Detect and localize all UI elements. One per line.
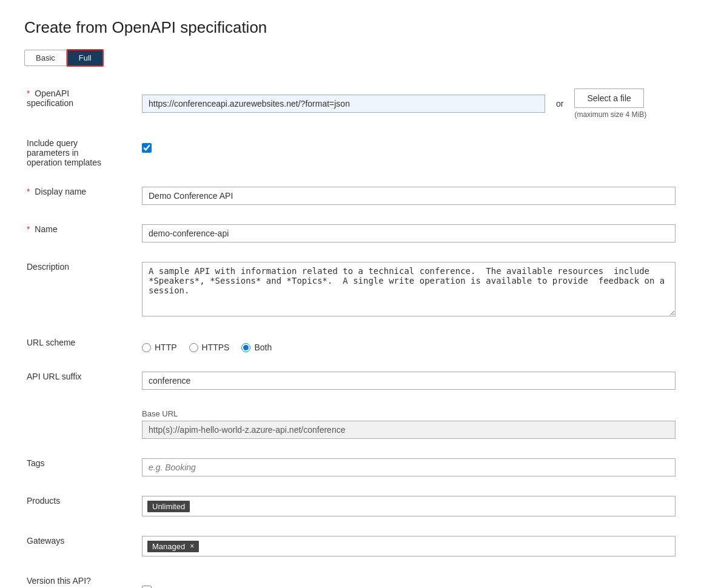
tab-basic[interactable]: Basic bbox=[24, 50, 67, 66]
description-textarea[interactable]: A sample API with information related to… bbox=[142, 262, 676, 316]
include-query-row: Include queryparameters inoperation temp… bbox=[24, 133, 680, 172]
display-name-label: Display name bbox=[35, 187, 86, 196]
products-label: Products bbox=[27, 496, 60, 506]
gateways-row: Gateways Managed × bbox=[24, 531, 680, 561]
select-file-wrapper: Select a file (maximum size 4 MiB) bbox=[574, 89, 646, 119]
gateways-chip-managed: Managed × bbox=[147, 541, 199, 552]
url-scheme-radio-group: HTTP HTTPS Both bbox=[142, 338, 677, 352]
products-chip-unlimited: Unlimited bbox=[147, 501, 190, 512]
version-api-checkbox[interactable] bbox=[142, 586, 152, 588]
version-api-label: Version this API? bbox=[27, 576, 91, 586]
openapi-spec-label: OpenAPIspecification bbox=[27, 89, 73, 108]
display-name-input[interactable] bbox=[142, 187, 676, 205]
version-api-row: Version this API? bbox=[24, 571, 680, 588]
base-url-sublabel: Base URL bbox=[142, 409, 677, 418]
url-scheme-row: URL scheme HTTP HTTPS Both bbox=[24, 333, 680, 357]
gateways-chip-managed-text: Managed bbox=[152, 542, 185, 551]
radio-http-label[interactable]: HTTP bbox=[142, 342, 177, 352]
gateways-chip-managed-remove[interactable]: × bbox=[190, 542, 194, 550]
radio-http-text: HTTP bbox=[155, 342, 177, 352]
page-title: Create from OpenAPI specification bbox=[24, 18, 680, 37]
api-url-suffix-label: API URL suffix bbox=[27, 372, 81, 381]
url-scheme-label: URL scheme bbox=[27, 338, 75, 347]
api-url-suffix-row: API URL suffix bbox=[24, 367, 680, 395]
description-label: Description bbox=[27, 262, 69, 272]
file-hint: (maximum size 4 MiB) bbox=[574, 110, 646, 119]
gateways-input-wrapper[interactable]: Managed × bbox=[142, 536, 676, 556]
radio-https-label[interactable]: HTTPS bbox=[189, 342, 230, 352]
gateways-text-input[interactable] bbox=[201, 541, 670, 551]
required-star-openapi: * bbox=[27, 89, 30, 98]
name-row: * Name bbox=[24, 219, 680, 247]
tab-row: Basic Full bbox=[24, 49, 680, 67]
radio-http[interactable] bbox=[142, 343, 151, 352]
products-input-wrapper[interactable]: Unlimited bbox=[142, 496, 676, 516]
base-url-row: Base URL bbox=[24, 404, 680, 444]
or-text: or bbox=[551, 99, 568, 109]
form-table: * OpenAPIspecification or Select a file … bbox=[24, 84, 680, 588]
openapi-spec-input[interactable] bbox=[142, 95, 545, 113]
radio-both[interactable] bbox=[241, 343, 250, 352]
version-api-checkbox-row bbox=[142, 576, 677, 588]
tags-row: Tags bbox=[24, 453, 680, 481]
required-star-name: * bbox=[27, 224, 30, 234]
base-url-input bbox=[142, 421, 676, 439]
radio-both-label[interactable]: Both bbox=[241, 342, 272, 352]
api-url-suffix-input[interactable] bbox=[142, 372, 676, 390]
radio-both-text: Both bbox=[254, 342, 272, 352]
products-row: Products Unlimited bbox=[24, 491, 680, 521]
include-query-checkbox[interactable] bbox=[142, 143, 152, 153]
openapi-input-row: or Select a file (maximum size 4 MiB) bbox=[142, 89, 677, 119]
name-label: Name bbox=[35, 224, 57, 234]
include-query-label: Include queryparameters inoperation temp… bbox=[27, 138, 101, 167]
name-input[interactable] bbox=[142, 224, 676, 242]
openapi-spec-row: * OpenAPIspecification or Select a file … bbox=[24, 84, 680, 124]
tab-full[interactable]: Full bbox=[67, 49, 104, 67]
gateways-label: Gateways bbox=[27, 536, 64, 546]
select-file-button[interactable]: Select a file bbox=[574, 89, 643, 108]
radio-https-text: HTTPS bbox=[202, 342, 230, 352]
required-star-display: * bbox=[27, 187, 30, 196]
tags-input[interactable] bbox=[142, 458, 676, 476]
description-row: Description A sample API with informatio… bbox=[24, 257, 680, 323]
radio-https[interactable] bbox=[189, 343, 198, 352]
products-text-input[interactable] bbox=[192, 501, 670, 511]
display-name-row: * Display name bbox=[24, 182, 680, 210]
tags-label: Tags bbox=[27, 458, 45, 468]
